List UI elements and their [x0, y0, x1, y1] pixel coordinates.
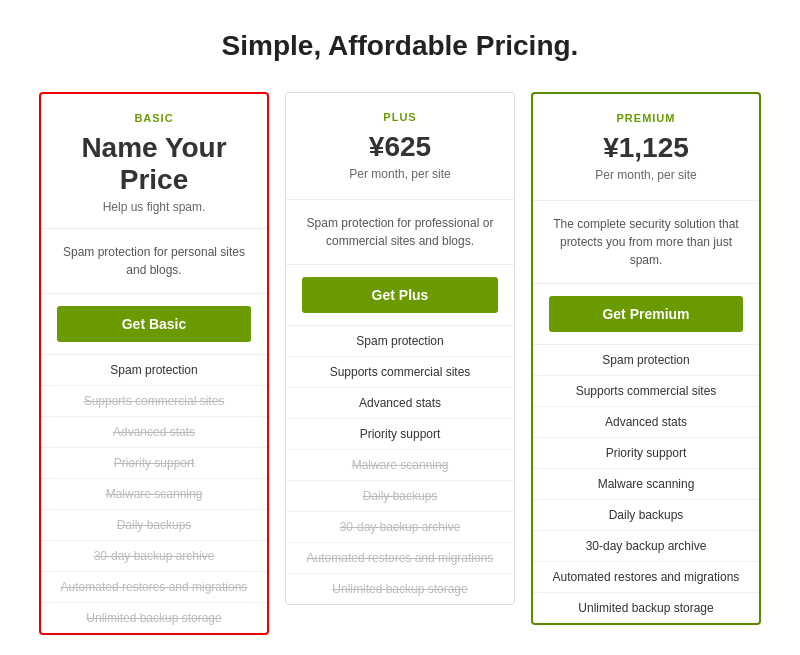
feature-item: Malware scanning [41, 479, 267, 510]
btn-plus[interactable]: Get Plus [302, 277, 498, 313]
card-desc-plus: Spam protection for professional or comm… [286, 200, 514, 265]
feature-item: 30-day backup archive [533, 531, 759, 562]
plan-name-plus: PLUS [302, 111, 498, 123]
card-header-basic: BASICName Your PriceHelp us fight spam. [41, 94, 267, 229]
card-action-plus: Get Plus [286, 265, 514, 326]
feature-item: Supports commercial sites [286, 357, 514, 388]
feature-item: Supports commercial sites [533, 376, 759, 407]
pricing-card-plus: PLUS¥625Per month, per siteSpam protecti… [285, 92, 515, 605]
card-header-premium: PREMIUM¥1,125Per month, per site [533, 94, 759, 201]
feature-item: Automated restores and migrations [533, 562, 759, 593]
feature-item: Daily backups [41, 510, 267, 541]
feature-item: 30-day backup archive [41, 541, 267, 572]
card-action-basic: Get Basic [41, 294, 267, 355]
feature-item: Unlimited backup storage [41, 603, 267, 633]
feature-item: 30-day backup archive [286, 512, 514, 543]
btn-premium[interactable]: Get Premium [549, 296, 743, 332]
feature-item: Priority support [286, 419, 514, 450]
feature-item: Spam protection [286, 326, 514, 357]
btn-basic[interactable]: Get Basic [57, 306, 251, 342]
pricing-card-premium: PREMIUM¥1,125Per month, per siteThe comp… [531, 92, 761, 625]
plan-name-premium: PREMIUM [549, 112, 743, 124]
feature-item: Supports commercial sites [41, 386, 267, 417]
card-desc-premium: The complete security solution that prot… [533, 201, 759, 284]
pricing-container: BASICName Your PriceHelp us fight spam.S… [20, 92, 780, 635]
feature-item: Daily backups [286, 481, 514, 512]
card-action-premium: Get Premium [533, 284, 759, 345]
feature-item: Advanced stats [41, 417, 267, 448]
plan-price-basic: Name Your Price [57, 132, 251, 196]
feature-item: Malware scanning [286, 450, 514, 481]
plan-price-premium: ¥1,125 [549, 132, 743, 164]
feature-item: Unlimited backup storage [533, 593, 759, 623]
card-desc-basic: Spam protection for personal sites and b… [41, 229, 267, 294]
feature-item: Automated restores and migrations [286, 543, 514, 574]
card-header-plus: PLUS¥625Per month, per site [286, 93, 514, 200]
feature-item: Unlimited backup storage [286, 574, 514, 604]
pricing-card-basic: BASICName Your PriceHelp us fight spam.S… [39, 92, 269, 635]
feature-item: Daily backups [533, 500, 759, 531]
features-list-basic: Spam protectionSupports commercial sites… [41, 355, 267, 633]
plan-price-sub-plus: Per month, per site [302, 167, 498, 181]
feature-item: Spam protection [41, 355, 267, 386]
plan-name-basic: BASIC [57, 112, 251, 124]
features-list-premium: Spam protectionSupports commercial sites… [533, 345, 759, 623]
feature-item: Advanced stats [533, 407, 759, 438]
plan-tagline-basic: Help us fight spam. [57, 200, 251, 214]
feature-item: Automated restores and migrations [41, 572, 267, 603]
feature-item: Priority support [533, 438, 759, 469]
page-title: Simple, Affordable Pricing. [20, 30, 780, 62]
features-list-plus: Spam protectionSupports commercial sites… [286, 326, 514, 604]
feature-item: Priority support [41, 448, 267, 479]
feature-item: Malware scanning [533, 469, 759, 500]
feature-item: Advanced stats [286, 388, 514, 419]
plan-price-plus: ¥625 [302, 131, 498, 163]
plan-price-sub-premium: Per month, per site [549, 168, 743, 182]
feature-item: Spam protection [533, 345, 759, 376]
